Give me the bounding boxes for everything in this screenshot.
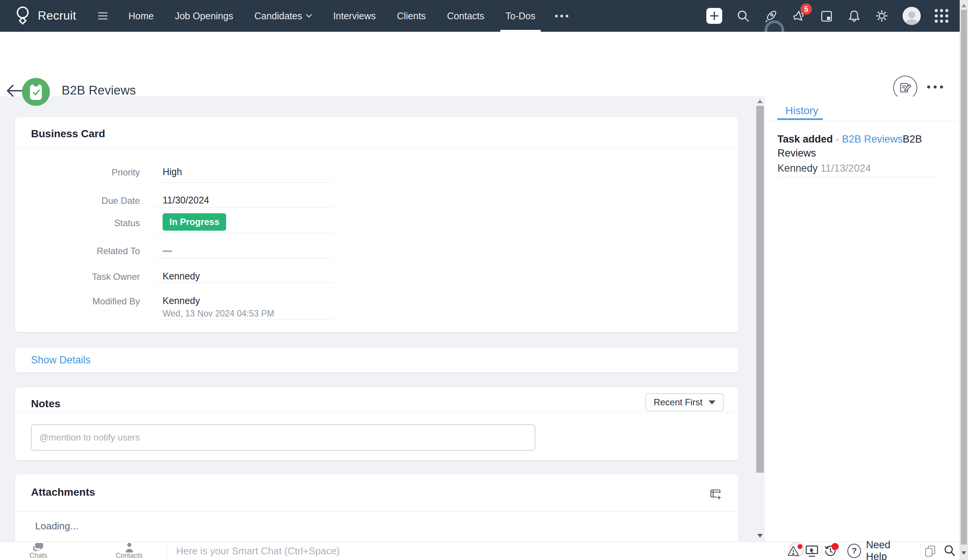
- brand-logo[interactable]: Recruit: [13, 5, 76, 27]
- more-modules-icon[interactable]: [546, 15, 577, 17]
- scroll-up-arrow[interactable]: [757, 99, 762, 103]
- recent-history-icon[interactable]: [822, 542, 839, 560]
- attachments-loading-status: Loading...: [35, 520, 78, 532]
- history-entry: Task added - B2B ReviewsB2B Reviews Kenn…: [777, 133, 948, 176]
- attach-file-icon[interactable]: [709, 488, 721, 500]
- top-navbar: Recruit Home Job Openings Candidates Int…: [0, 0, 960, 32]
- history-record-link[interactable]: B2B Reviews: [842, 134, 903, 145]
- need-help-button[interactable]: ? Need Help: [839, 539, 920, 560]
- chat-bubbles-icon: [33, 543, 44, 552]
- field-label-modified-by: Modified By: [15, 296, 140, 307]
- main-menu: Home Job Openings Candidates Interviews …: [118, 0, 577, 32]
- navbar-actions: 5: [706, 7, 948, 25]
- nav-item-job-openings[interactable]: Job Openings: [164, 0, 244, 32]
- field-value-task-owner[interactable]: Kennedy: [162, 271, 200, 282]
- field-label-priority: Priority: [15, 167, 140, 178]
- calendar-icon[interactable]: [820, 9, 834, 23]
- attachments-section: Attachments Loading...: [15, 474, 738, 542]
- history-date: 11/13/2024: [820, 162, 871, 174]
- field-value-related-to[interactable]: —: [162, 245, 172, 256]
- recruit-logo-icon: [13, 5, 33, 27]
- apps-grid-icon[interactable]: [935, 9, 948, 23]
- contacts-button[interactable]: Contacts: [116, 543, 143, 560]
- field-label-related-to: Related To: [15, 246, 140, 256]
- history-red-dot: [832, 543, 839, 550]
- question-mark-icon: ?: [847, 544, 861, 558]
- field-label-status: Status: [15, 218, 140, 229]
- hamburger-menu-icon[interactable]: [98, 12, 108, 20]
- smart-chat-input[interactable]: [176, 542, 767, 560]
- record-more-actions-icon[interactable]: [927, 85, 943, 88]
- nav-item-clients[interactable]: Clients: [386, 0, 436, 32]
- show-details-link[interactable]: Show Details: [31, 348, 91, 373]
- copy-pages-icon[interactable]: [920, 542, 940, 560]
- alerts-icon[interactable]: [785, 542, 802, 560]
- nav-item-todos[interactable]: To-Dos: [495, 0, 546, 32]
- zoho-recruit-todo-detail: Recruit Home Job Openings Candidates Int…: [0, 0, 968, 560]
- nav-item-interviews[interactable]: Interviews: [323, 0, 386, 32]
- page-scroll-up-arrow[interactable]: [961, 4, 966, 7]
- history-user: Kennedy: [777, 162, 818, 174]
- field-value-modified-by[interactable]: Kennedy: [162, 295, 200, 306]
- bell-icon[interactable]: [847, 9, 861, 23]
- sort-selected-value: Recent First: [654, 397, 703, 408]
- show-details-section: Show Details: [15, 348, 738, 373]
- field-label-task-owner: Task Owner: [15, 272, 140, 282]
- nav-item-candidates[interactable]: Candidates: [244, 0, 323, 32]
- history-entry-divider: [777, 177, 938, 177]
- bottombar-divider: [166, 542, 167, 560]
- notification-count-badge: 5: [801, 3, 812, 15]
- history-action: Task added: [777, 134, 833, 145]
- nav-item-contacts[interactable]: Contacts: [436, 0, 495, 32]
- record-detail-scroll-area: Business Card Priority High Due Date 11/…: [0, 96, 755, 542]
- smart-chat-bar: Chats Contacts: [0, 542, 960, 560]
- tab-history[interactable]: History: [786, 105, 818, 117]
- record-header: B2B Reviews: [0, 32, 960, 97]
- settings-gear-icon[interactable]: [875, 9, 888, 23]
- section-title: Attachments: [31, 486, 95, 499]
- zoom-search-icon[interactable]: [940, 542, 960, 560]
- user-avatar[interactable]: [903, 7, 921, 25]
- field-modified-timestamp: Wed, 13 Nov 2024 04:53 PM: [162, 308, 274, 319]
- contact-person-icon: [125, 543, 134, 552]
- page-scroll-down-arrow[interactable]: [961, 551, 966, 555]
- field-label-due-date: Due Date: [15, 196, 140, 206]
- quick-add-button[interactable]: [706, 8, 722, 24]
- back-arrow-icon[interactable]: [6, 84, 23, 98]
- content-scrollbar-thumb[interactable]: [756, 106, 764, 473]
- note-mention-input[interactable]: [31, 424, 535, 451]
- field-value-due-date[interactable]: 11/30/2024: [162, 195, 209, 206]
- notes-sort-dropdown[interactable]: Recent First: [645, 393, 724, 411]
- nav-item-home[interactable]: Home: [118, 0, 164, 32]
- bottombar-utilities: ? Need Help: [785, 542, 960, 560]
- rocket-icon[interactable]: [764, 9, 777, 23]
- brand-name: Recruit: [38, 9, 76, 23]
- business-card-section: Business Card Priority High Due Date 11/…: [15, 117, 738, 332]
- page-title: B2B Reviews: [61, 83, 136, 98]
- notes-section: Notes Recent First: [15, 387, 738, 460]
- history-panel: History Task added - B2B ReviewsB2B Revi…: [765, 96, 960, 542]
- chevron-down-icon: [709, 401, 715, 404]
- field-value-priority[interactable]: High: [162, 166, 182, 177]
- section-title: Notes: [31, 398, 61, 410]
- status-badge[interactable]: In Progress: [162, 213, 226, 231]
- page-scrollbar-thumb[interactable]: [961, 10, 967, 545]
- announcement-icon[interactable]: 5: [791, 9, 806, 23]
- chats-button[interactable]: Chats: [30, 543, 47, 560]
- search-icon[interactable]: [736, 9, 750, 23]
- section-title: Business Card: [31, 128, 105, 140]
- scroll-down-arrow[interactable]: [757, 534, 762, 538]
- chevron-down-icon: [306, 14, 312, 18]
- screen-share-icon[interactable]: [802, 542, 822, 560]
